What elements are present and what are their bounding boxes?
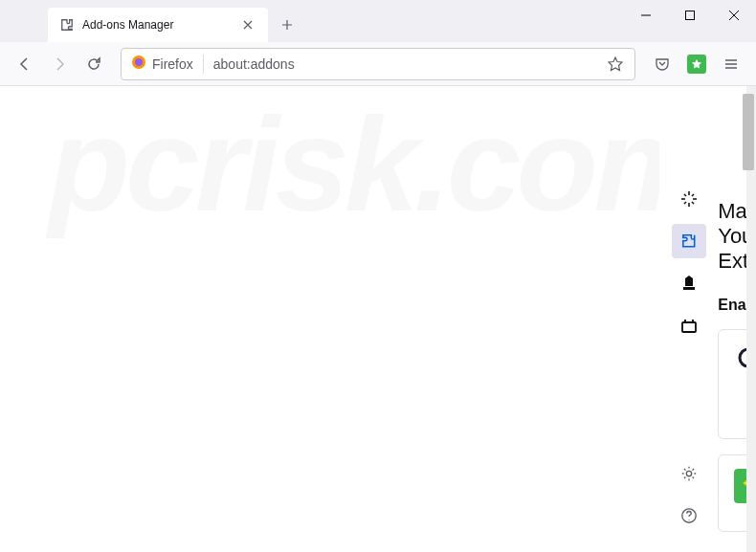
browser-tab[interactable]: Add-ons Manager	[48, 8, 268, 42]
firefox-icon	[131, 55, 146, 74]
forward-button[interactable]	[44, 49, 75, 79]
reload-button[interactable]	[78, 49, 109, 79]
minimize-button[interactable]	[624, 0, 668, 31]
tab-close-button[interactable]	[239, 16, 256, 33]
url-text: about:addons	[213, 56, 606, 72]
scrollbar[interactable]	[746, 86, 756, 552]
magnifier-icon	[734, 343, 746, 378]
wand-icon	[734, 469, 746, 503]
sidebar-themes[interactable]	[672, 266, 706, 300]
puzzle-icon	[59, 17, 75, 33]
new-tab-button[interactable]	[272, 10, 302, 40]
page-title: Manage Your Extensions	[718, 199, 746, 274]
tab-title: Add-ons Manager	[82, 18, 239, 32]
sidebar-help[interactable]	[672, 498, 706, 533]
identity-label: Firefox	[152, 56, 193, 72]
toolbar: Firefox about:addons	[0, 42, 756, 86]
content-area: pcrisk.com Find more add-ons	[0, 86, 756, 552]
pocket-button[interactable]	[647, 49, 678, 79]
sidebar	[659, 86, 718, 552]
watermark: pcrisk.com	[48, 86, 707, 552]
extension-badge[interactable]	[681, 49, 712, 79]
titlebar: Add-ons Manager	[0, 0, 756, 42]
close-button[interactable]	[712, 0, 756, 31]
back-button[interactable]	[10, 49, 40, 79]
sidebar-recommendations[interactable]	[672, 182, 706, 216]
bookmark-star-icon[interactable]	[606, 55, 625, 74]
url-bar[interactable]: Firefox about:addons	[121, 48, 635, 80]
svg-point-4	[686, 471, 691, 475]
svg-point-2	[135, 58, 143, 66]
extension-card[interactable]: Freshy Newtab and Search This add-on req…	[718, 329, 746, 439]
sidebar-extensions[interactable]	[672, 224, 706, 258]
svg-point-8	[740, 349, 746, 366]
sidebar-plugins[interactable]	[672, 308, 706, 342]
menu-button[interactable]	[716, 49, 746, 79]
scrollbar-thumb[interactable]	[743, 94, 754, 170]
maximize-button[interactable]	[668, 0, 712, 31]
svg-rect-3	[682, 322, 696, 332]
sidebar-settings[interactable]	[672, 456, 706, 491]
identity-box[interactable]: Firefox	[131, 55, 204, 74]
extension-card[interactable]: Template Search This add-on requests per…	[718, 454, 746, 532]
svg-rect-0	[686, 11, 695, 20]
